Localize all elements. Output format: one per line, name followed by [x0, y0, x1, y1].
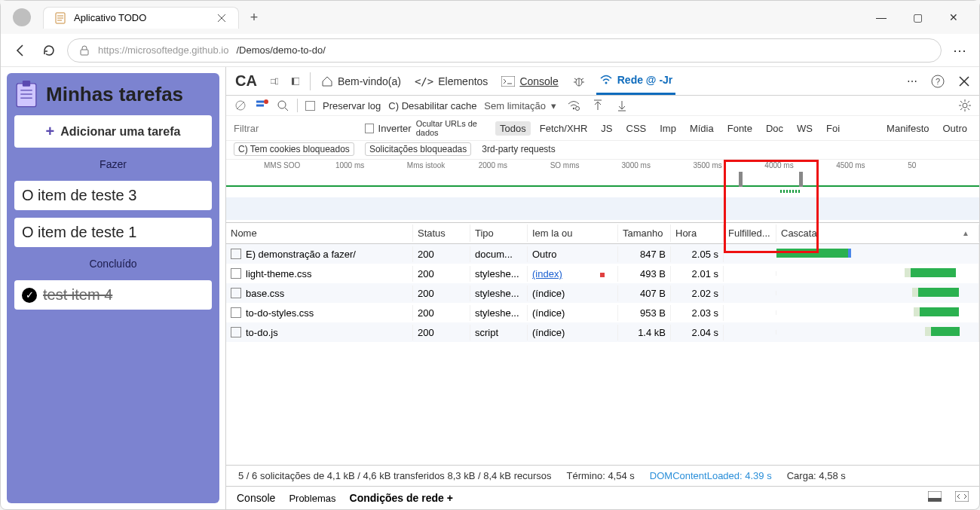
- filter-type-manifest[interactable]: Manifesto: [856, 121, 933, 136]
- check-icon: ✓: [22, 288, 37, 303]
- devtools-close-button[interactable]: [955, 67, 973, 95]
- svg-point-38: [963, 103, 967, 108]
- filter-type-xhr[interactable]: Fetch/XHR: [535, 121, 593, 136]
- inspect-mode[interactable]: CA: [232, 67, 260, 95]
- network-table-body: E) demonstração a fazer/200docum...Outro…: [226, 244, 979, 465]
- upload-icon[interactable]: [591, 99, 605, 112]
- devtools-more-button[interactable]: ⋯: [904, 67, 920, 95]
- svg-line-30: [237, 102, 244, 109]
- col-status[interactable]: Status: [413, 224, 470, 242]
- preserve-log-label: Preservar log: [323, 100, 381, 111]
- third-party-toggle[interactable]: 3rd-party requests: [482, 144, 555, 154]
- network-overview[interactable]: MMS SOO1000 msMms istook2000 msSO mms300…: [226, 160, 979, 223]
- browser-tab[interactable]: Aplicativo TODO: [43, 7, 239, 29]
- wifi-conditions-icon[interactable]: [567, 99, 580, 112]
- table-row[interactable]: to-do.js200script(índice)1.4 kB2.04 s: [226, 322, 979, 342]
- tab-console[interactable]: Console: [498, 67, 561, 95]
- dock-side-icon[interactable]: [289, 75, 302, 88]
- col-fulfilled[interactable]: Fulfilled...: [724, 224, 776, 242]
- svg-text:?: ?: [936, 77, 940, 86]
- stop-record-icon[interactable]: [234, 99, 247, 112]
- download-icon[interactable]: [615, 99, 629, 112]
- network-toolbar: Preservar log C) Desabilitar cache Sem l…: [226, 96, 979, 116]
- wifi-icon: [599, 75, 613, 85]
- file-icon: [231, 307, 241, 318]
- new-tab-button[interactable]: +: [245, 8, 263, 26]
- lock-icon: [78, 44, 90, 56]
- drawer-expand-icon[interactable]: [955, 491, 969, 505]
- hide-dataurls-label[interactable]: Ocultar URLs de dados: [416, 119, 491, 137]
- tab-welcome[interactable]: Bem-vindo(a): [318, 67, 404, 95]
- devtools-help-button[interactable]: ?: [928, 67, 948, 95]
- filter-type-all[interactable]: Todos: [495, 121, 531, 136]
- file-icon: [231, 268, 241, 279]
- browser-titlebar: Aplicativo TODO + ― ▢ ✕: [1, 1, 979, 34]
- bug-icon: [572, 75, 586, 88]
- col-size[interactable]: Tamanho: [618, 224, 671, 242]
- svg-line-23: [581, 78, 583, 80]
- window-minimize-button[interactable]: ―: [871, 11, 892, 23]
- task-item-done[interactable]: ✓ test item 4: [14, 280, 212, 310]
- throttle-select[interactable]: Sem limitação ▾: [484, 100, 556, 111]
- blocked-requests-toggle[interactable]: Solicitações bloqueadas: [365, 142, 471, 156]
- page-title-text: Minhas tarefas: [46, 83, 183, 106]
- url-host: https://microsoftedge.github.io: [98, 44, 228, 56]
- preserve-log-checkbox[interactable]: [305, 101, 315, 111]
- col-waterfall[interactable]: Cascata▲: [776, 224, 979, 242]
- status-summary: 5 / 6 solicitações de 4,1 kB / 4,6 kB tr…: [238, 470, 551, 481]
- status-load: Carga: 4,58 s: [787, 470, 846, 481]
- filter-type-doc[interactable]: Doc: [761, 121, 788, 136]
- col-initiator[interactable]: Iem la ou: [528, 224, 618, 242]
- filter-type-js[interactable]: JS: [596, 121, 617, 136]
- invert-checkbox[interactable]: [365, 124, 374, 133]
- profile-avatar[interactable]: [13, 8, 31, 26]
- disable-cache-label[interactable]: C) Desabilitar cache: [388, 100, 476, 111]
- col-name[interactable]: Nome: [226, 224, 413, 242]
- filter-type-other[interactable]: Outro: [938, 121, 972, 136]
- network-settings-icon[interactable]: [958, 99, 972, 112]
- browser-menu-button[interactable]: ⋯: [949, 42, 970, 59]
- filter-type-img[interactable]: Imp: [655, 121, 681, 136]
- file-icon: [231, 288, 241, 298]
- add-task-button[interactable]: + Adicionar uma tarefa: [14, 115, 212, 148]
- tab-debugger-icon[interactable]: [569, 67, 589, 95]
- url-field[interactable]: https://microsoftedge.github.io/Demos/de…: [67, 38, 942, 63]
- close-tab-icon[interactable]: [216, 12, 228, 24]
- filter-type-media[interactable]: Mídia: [685, 121, 718, 136]
- search-icon[interactable]: [276, 99, 289, 112]
- page-title: Minhas tarefas: [14, 81, 212, 108]
- svg-line-22: [574, 78, 577, 80]
- table-row[interactable]: base.css200styleshe...(índice)407 B2.02 …: [226, 283, 979, 303]
- drawer-tab-problems[interactable]: Problemas: [289, 493, 335, 504]
- devtools-tabbar: CA Bem-vindo(a) </> Elementos Console: [226, 67, 979, 96]
- task-item[interactable]: O item de teste 3: [14, 181, 212, 210]
- table-row[interactable]: E) demonstração a fazer/200docum...Outro…: [226, 244, 979, 264]
- filter-type-wasm[interactable]: Foi: [822, 121, 844, 136]
- filter-type-font[interactable]: Fonte: [723, 121, 757, 136]
- filter-type-css[interactable]: CSS: [622, 121, 651, 136]
- device-toolbar-icon[interactable]: [268, 75, 281, 88]
- drawer-tab-console[interactable]: Console: [237, 492, 275, 504]
- col-time[interactable]: Hora: [671, 224, 724, 242]
- tab-favicon-icon: [54, 12, 66, 24]
- plus-icon: +: [46, 123, 55, 140]
- svg-point-32: [278, 101, 286, 108]
- window-close-button[interactable]: ✕: [943, 11, 964, 23]
- clear-icon[interactable]: [255, 99, 268, 112]
- svg-line-33: [285, 108, 288, 111]
- drawer-dock-icon[interactable]: [928, 491, 942, 505]
- filter-input[interactable]: [234, 121, 360, 136]
- drawer-tab-netconditions[interactable]: Condições de rede +: [350, 492, 453, 504]
- table-row[interactable]: light-theme.css200styleshe...(index)493 …: [226, 264, 979, 283]
- task-item[interactable]: O item de teste 1: [14, 218, 212, 247]
- window-maximize-button[interactable]: ▢: [907, 11, 928, 23]
- tab-elements[interactable]: </> Elementos: [412, 67, 491, 95]
- svg-rect-7: [17, 84, 36, 107]
- refresh-button[interactable]: [38, 40, 60, 61]
- blocked-cookies-toggle[interactable]: C) Tem cookies bloqueados: [234, 142, 354, 156]
- back-button[interactable]: [10, 40, 31, 61]
- tab-network[interactable]: Rede @ -Jr: [596, 67, 676, 95]
- table-row[interactable]: to-do-styles.css200styleshe...(índice)95…: [226, 303, 979, 322]
- filter-type-ws[interactable]: WS: [792, 121, 817, 136]
- col-type[interactable]: Tipo: [470, 224, 528, 242]
